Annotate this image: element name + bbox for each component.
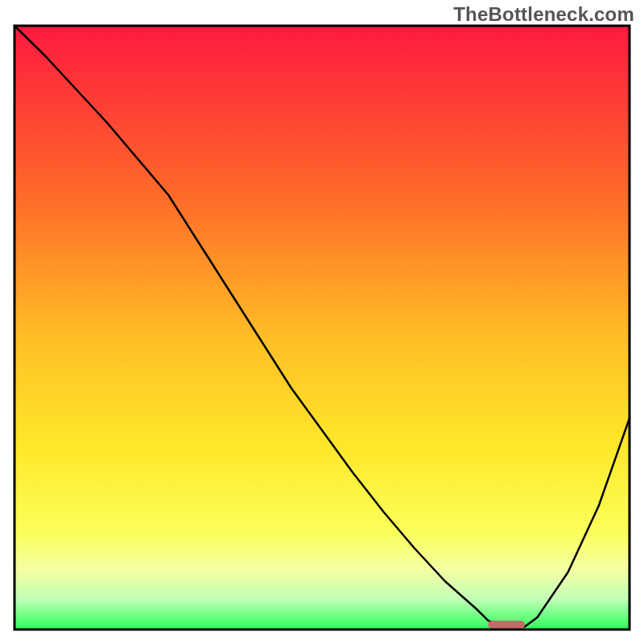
chart-svg bbox=[0, 0, 644, 644]
bottleneck-chart: TheBottleneck.com bbox=[0, 0, 644, 644]
watermark-text: TheBottleneck.com bbox=[453, 3, 634, 26]
optimum-marker bbox=[488, 621, 525, 629]
plot-area bbox=[14, 26, 630, 630]
